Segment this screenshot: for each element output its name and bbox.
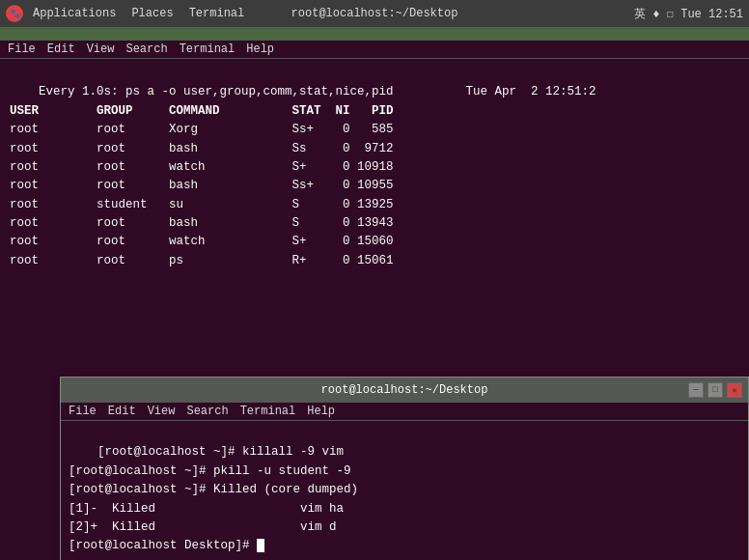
fg-line-2: [root@localhost ~]# Killed (core dumped) <box>69 483 358 496</box>
row-5: root root bash S 0 13943 <box>10 216 394 230</box>
bg-terminal-content: Every 1.0s: ps a -o user,group,comm,stat… <box>0 59 749 295</box>
row-7: root root ps R+ 0 15061 <box>10 254 394 267</box>
fg-menu-help[interactable]: Help <box>307 405 335 418</box>
fg-terminal-menubar: File Edit View Search Terminal Help <box>61 403 748 421</box>
fg-menu-file[interactable]: File <box>69 405 97 418</box>
row-3: root root bash Ss+ 0 10955 <box>10 179 394 192</box>
taskbar-title: root@localhost:~/Desktop <box>291 7 458 20</box>
maximize-button[interactable]: □ <box>707 382 723 398</box>
taskbar-left: 🐾 Applications Places Terminal <box>6 5 250 22</box>
terminal-cursor <box>257 539 264 552</box>
bg-menu-view[interactable]: View <box>87 42 115 56</box>
terminal-menu[interactable]: Terminal <box>183 5 251 22</box>
fg-line-3: [1]- Killed vim ha <box>69 502 344 516</box>
bg-menu-help[interactable]: Help <box>246 42 274 56</box>
row-6: root root watch S+ 0 15060 <box>10 235 394 248</box>
fg-line-5: [root@localhost Desktop]# <box>69 539 257 552</box>
fg-terminal-titlebar: root@localhost:~/Desktop ─ □ ✕ <box>61 378 748 403</box>
row-1: root root bash Ss 0 9712 <box>10 142 394 155</box>
fg-terminal-title: root@localhost:~/Desktop <box>321 383 488 397</box>
watch-line: Every 1.0s: ps a -o user,group,comm,stat… <box>39 85 596 98</box>
fg-menu-view[interactable]: View <box>148 405 176 418</box>
window-controls: ─ □ ✕ <box>688 382 742 398</box>
bg-terminal-menubar: File Edit View Search Terminal Help <box>0 41 749 59</box>
fg-terminal-content[interactable]: [root@localhost ~]# killall -9 vim [root… <box>61 421 748 560</box>
fg-line-1: [root@localhost ~]# pkill -u student -9 <box>69 464 351 478</box>
bg-menu-search[interactable]: Search <box>125 42 167 56</box>
bg-menu-terminal[interactable]: Terminal <box>180 42 236 56</box>
foreground-terminal: root@localhost:~/Desktop ─ □ ✕ File Edit… <box>60 377 749 560</box>
places-menu[interactable]: Places <box>125 5 179 22</box>
bg-menu-file[interactable]: File <box>8 42 36 56</box>
bg-menu-edit[interactable]: Edit <box>47 42 75 56</box>
close-button[interactable]: ✕ <box>727 382 742 398</box>
taskbar-right: 英 ♦ ☐ Tue 12:51 <box>634 6 743 22</box>
row-2: root root watch S+ 0 10918 <box>10 160 394 174</box>
fg-menu-search[interactable]: Search <box>186 405 228 418</box>
fg-line-0: [root@localhost ~]# killall -9 vim <box>97 445 344 459</box>
row-0: root root Xorg Ss+ 0 585 <box>10 123 394 136</box>
minimize-button[interactable]: ─ <box>688 382 704 398</box>
row-4: root student su S 0 13925 <box>10 198 394 211</box>
app-icon: 🐾 <box>6 5 23 22</box>
system-tray: 英 ♦ ☐ Tue 12:51 <box>634 6 743 22</box>
fg-menu-edit[interactable]: Edit <box>108 405 136 418</box>
fg-line-4: [2]+ Killed vim d <box>69 520 337 534</box>
col-headers: USER GROUP COMMAND STAT NI PID <box>10 104 394 118</box>
fg-menu-terminal[interactable]: Terminal <box>240 405 296 418</box>
taskbar: 🐾 Applications Places Terminal root@loca… <box>0 0 749 27</box>
applications-menu[interactable]: Applications <box>27 5 122 22</box>
